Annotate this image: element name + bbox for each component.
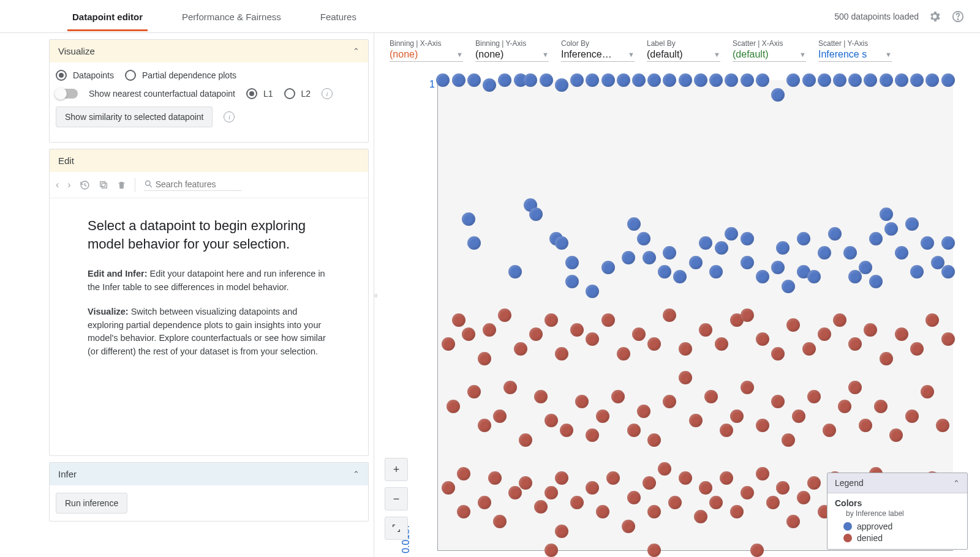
datapoint[interactable]: [941, 236, 955, 250]
datapoint[interactable]: [756, 73, 769, 87]
datapoint[interactable]: [570, 496, 584, 509]
datapoint[interactable]: [529, 327, 543, 341]
datapoint[interactable]: [524, 73, 537, 87]
datapoint[interactable]: [848, 73, 862, 87]
datapoint[interactable]: [725, 73, 738, 87]
datapoint[interactable]: [555, 236, 568, 250]
datapoint[interactable]: [807, 476, 821, 490]
tab-features[interactable]: Features: [315, 2, 361, 31]
datapoint[interactable]: [601, 313, 615, 327]
datapoint[interactable]: [637, 232, 650, 245]
datapoint[interactable]: [622, 520, 635, 533]
datapoint[interactable]: [802, 342, 816, 356]
zoom-out-button[interactable]: −: [385, 487, 408, 510]
datapoint[interactable]: [529, 207, 543, 221]
datapoint[interactable]: [647, 337, 661, 351]
datapoint[interactable]: [545, 486, 558, 499]
datapoint[interactable]: [679, 371, 692, 384]
datapoint[interactable]: [586, 481, 599, 495]
datapoint[interactable]: [782, 433, 795, 447]
datapoint[interactable]: [663, 246, 676, 260]
datapoint[interactable]: [586, 73, 599, 87]
datapoint[interactable]: [699, 481, 712, 495]
datapoint[interactable]: [442, 481, 455, 495]
datapoint[interactable]: [689, 256, 703, 269]
datapoint[interactable]: [611, 390, 625, 403]
datapoint[interactable]: [756, 419, 769, 432]
datapoint[interactable]: [941, 332, 955, 346]
counterfactual-toggle[interactable]: [56, 89, 78, 99]
datapoint[interactable]: [874, 400, 888, 413]
datapoint[interactable]: [869, 275, 883, 288]
datapoint[interactable]: [534, 390, 548, 403]
datapoint[interactable]: [478, 352, 491, 365]
datapoint[interactable]: [771, 395, 785, 408]
dropdown-label-by[interactable]: Label By (default) ▼: [647, 39, 720, 62]
datapoint[interactable]: [936, 419, 949, 432]
datapoint[interactable]: [606, 471, 620, 485]
datapoint[interactable]: [771, 261, 785, 274]
datapoint[interactable]: [508, 486, 522, 499]
datapoint[interactable]: [941, 73, 955, 87]
datapoint[interactable]: [910, 73, 924, 87]
datapoint[interactable]: [709, 496, 723, 509]
datapoint[interactable]: [756, 270, 769, 283]
datapoint[interactable]: [483, 78, 496, 92]
datapoint[interactable]: [766, 496, 780, 509]
datapoint[interactable]: [643, 251, 656, 264]
dropdown-scatter-x-axis[interactable]: Scatter | X-Axis (default) ▼: [733, 39, 806, 62]
datapoint[interactable]: [565, 256, 579, 269]
radio-l2[interactable]: L2: [284, 88, 311, 99]
datapoint[interactable]: [483, 323, 496, 337]
datapoint[interactable]: [750, 544, 764, 557]
info-icon[interactable]: i: [224, 111, 235, 122]
legend-header[interactable]: Legend ⌃: [827, 473, 967, 493]
datapoint[interactable]: [859, 419, 872, 432]
datapoint[interactable]: [627, 491, 641, 504]
info-icon[interactable]: i: [322, 88, 333, 99]
datapoint[interactable]: [647, 544, 661, 557]
datapoint[interactable]: [889, 428, 903, 442]
datapoint[interactable]: [741, 308, 754, 322]
datapoint[interactable]: [797, 491, 810, 504]
datapoint[interactable]: [601, 261, 615, 274]
datapoint[interactable]: [679, 471, 692, 485]
datapoint[interactable]: [467, 236, 481, 250]
datapoint[interactable]: [776, 481, 790, 495]
infer-header[interactable]: Infer ⌃: [50, 463, 368, 485]
datapoint[interactable]: [632, 73, 646, 87]
datapoint[interactable]: [756, 467, 769, 480]
datapoint[interactable]: [565, 275, 579, 288]
datapoint[interactable]: [709, 73, 723, 87]
datapoint[interactable]: [741, 73, 754, 87]
datapoint[interactable]: [498, 73, 511, 87]
datapoint[interactable]: [921, 236, 934, 250]
datapoint[interactable]: [786, 73, 800, 87]
datapoint[interactable]: [782, 280, 795, 293]
delete-icon[interactable]: [117, 180, 126, 190]
datapoint[interactable]: [478, 496, 491, 509]
datapoint[interactable]: [905, 217, 919, 231]
datapoint[interactable]: [622, 251, 635, 264]
datapoint[interactable]: [895, 246, 908, 260]
datapoint[interactable]: [488, 471, 502, 485]
datapoint[interactable]: [586, 285, 599, 298]
dropdown-color-by[interactable]: Color By Inference… ▼: [561, 39, 635, 62]
datapoint[interactable]: [699, 323, 712, 337]
datapoint[interactable]: [601, 73, 615, 87]
radio-datapoints[interactable]: Datapoints: [56, 70, 114, 81]
datapoint[interactable]: [792, 409, 805, 423]
history-icon[interactable]: [80, 180, 90, 190]
datapoint[interactable]: [741, 232, 754, 245]
datapoint[interactable]: [555, 347, 568, 361]
datapoint[interactable]: [452, 73, 466, 87]
datapoint[interactable]: [462, 212, 475, 226]
edit-header[interactable]: Edit: [50, 149, 368, 172]
datapoint[interactable]: [493, 515, 507, 528]
datapoint[interactable]: [555, 78, 568, 92]
datapoint[interactable]: [663, 308, 676, 322]
datapoint[interactable]: [715, 241, 728, 255]
datapoint[interactable]: [786, 515, 800, 528]
datapoint[interactable]: [823, 424, 836, 437]
datapoint[interactable]: [694, 73, 707, 87]
